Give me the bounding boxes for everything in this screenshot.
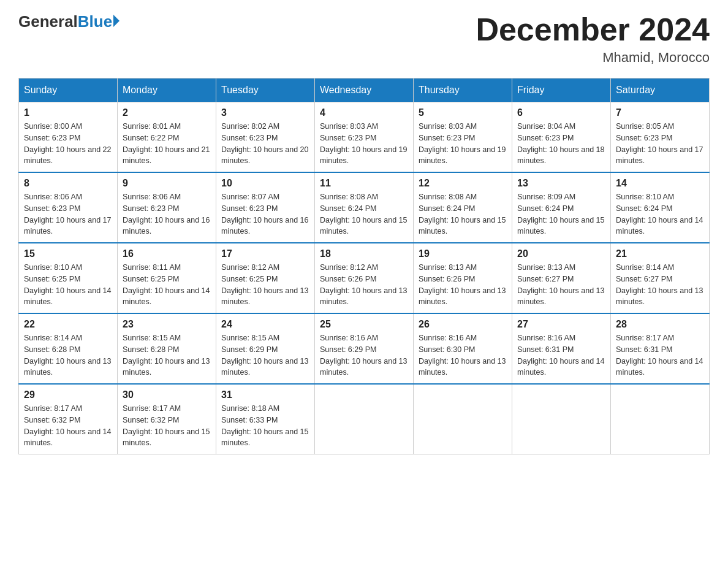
calendar-week-row: 1Sunrise: 8:00 AMSunset: 6:23 PMDaylight…: [19, 102, 710, 173]
weekday-header-sunday: Sunday: [19, 79, 118, 102]
day-number: 19: [419, 248, 507, 259]
calendar-cell: 10Sunrise: 8:07 AMSunset: 6:23 PMDayligh…: [216, 172, 315, 243]
calendar-week-row: 8Sunrise: 8:06 AMSunset: 6:23 PMDaylight…: [19, 172, 710, 243]
day-number: 7: [616, 107, 704, 118]
calendar-cell: 7Sunrise: 8:05 AMSunset: 6:23 PMDaylight…: [611, 102, 710, 173]
day-info: Sunrise: 8:08 AMSunset: 6:24 PMDaylight:…: [419, 191, 507, 237]
day-info: Sunrise: 8:10 AMSunset: 6:25 PMDaylight:…: [24, 262, 112, 308]
calendar-cell: 21Sunrise: 8:14 AMSunset: 6:27 PMDayligh…: [611, 243, 710, 313]
day-number: 15: [24, 248, 112, 259]
weekday-header-monday: Monday: [118, 79, 216, 102]
calendar-cell: 24Sunrise: 8:15 AMSunset: 6:29 PMDayligh…: [216, 313, 315, 384]
calendar-cell: 14Sunrise: 8:10 AMSunset: 6:24 PMDayligh…: [611, 172, 710, 243]
day-number: 29: [24, 389, 112, 400]
calendar-cell: 4Sunrise: 8:03 AMSunset: 6:23 PMDaylight…: [315, 102, 414, 173]
day-number: 9: [123, 178, 211, 189]
day-info: Sunrise: 8:16 AMSunset: 6:31 PMDaylight:…: [517, 332, 605, 378]
calendar-cell: [512, 384, 611, 454]
day-number: 10: [221, 178, 309, 189]
day-info: Sunrise: 8:10 AMSunset: 6:24 PMDaylight:…: [616, 191, 704, 237]
day-number: 17: [221, 248, 309, 259]
day-info: Sunrise: 8:15 AMSunset: 6:28 PMDaylight:…: [123, 332, 211, 378]
calendar-cell: 17Sunrise: 8:12 AMSunset: 6:25 PMDayligh…: [216, 243, 315, 313]
day-info: Sunrise: 8:01 AMSunset: 6:22 PMDaylight:…: [123, 121, 211, 167]
day-info: Sunrise: 8:11 AMSunset: 6:25 PMDaylight:…: [123, 262, 211, 308]
day-number: 1: [24, 107, 112, 118]
day-number: 8: [24, 178, 112, 189]
weekday-header-thursday: Thursday: [414, 79, 512, 102]
day-info: Sunrise: 8:13 AMSunset: 6:26 PMDaylight:…: [419, 262, 507, 308]
calendar-cell: 6Sunrise: 8:04 AMSunset: 6:23 PMDaylight…: [512, 102, 611, 173]
calendar-cell: 5Sunrise: 8:03 AMSunset: 6:23 PMDaylight…: [414, 102, 512, 173]
day-info: Sunrise: 8:17 AMSunset: 6:32 PMDaylight:…: [123, 403, 211, 449]
calendar-cell: 31Sunrise: 8:18 AMSunset: 6:33 PMDayligh…: [216, 384, 315, 454]
weekday-header-tuesday: Tuesday: [216, 79, 315, 102]
logo: General Blue: [18, 12, 119, 31]
weekday-header-row: SundayMondayTuesdayWednesdayThursdayFrid…: [19, 79, 710, 102]
title-section: December 2024 Mhamid, Morocco: [476, 12, 710, 66]
calendar-cell: 20Sunrise: 8:13 AMSunset: 6:27 PMDayligh…: [512, 243, 611, 313]
logo-triangle-icon: [113, 15, 119, 27]
day-number: 27: [517, 319, 605, 330]
day-number: 20: [517, 248, 605, 259]
calendar-cell: 12Sunrise: 8:08 AMSunset: 6:24 PMDayligh…: [414, 172, 512, 243]
weekday-header-wednesday: Wednesday: [315, 79, 414, 102]
calendar-cell: 19Sunrise: 8:13 AMSunset: 6:26 PMDayligh…: [414, 243, 512, 313]
day-number: 4: [320, 107, 408, 118]
weekday-header-friday: Friday: [512, 79, 611, 102]
day-info: Sunrise: 8:05 AMSunset: 6:23 PMDaylight:…: [616, 121, 704, 167]
calendar-cell: 25Sunrise: 8:16 AMSunset: 6:29 PMDayligh…: [315, 313, 414, 384]
calendar-cell: [611, 384, 710, 454]
day-number: 12: [419, 178, 507, 189]
day-info: Sunrise: 8:09 AMSunset: 6:24 PMDaylight:…: [517, 191, 605, 237]
day-info: Sunrise: 8:00 AMSunset: 6:23 PMDaylight:…: [24, 121, 112, 167]
day-number: 3: [221, 107, 309, 118]
page-header: General Blue December 2024 Mhamid, Moroc…: [18, 12, 710, 66]
logo-blue-part: Blue: [78, 12, 119, 31]
day-info: Sunrise: 8:02 AMSunset: 6:23 PMDaylight:…: [221, 121, 309, 167]
day-number: 22: [24, 319, 112, 330]
calendar-cell: 16Sunrise: 8:11 AMSunset: 6:25 PMDayligh…: [118, 243, 216, 313]
day-info: Sunrise: 8:14 AMSunset: 6:27 PMDaylight:…: [616, 262, 704, 308]
calendar-cell: 23Sunrise: 8:15 AMSunset: 6:28 PMDayligh…: [118, 313, 216, 384]
logo-general-text: General: [18, 12, 78, 31]
calendar-week-row: 29Sunrise: 8:17 AMSunset: 6:32 PMDayligh…: [19, 384, 710, 454]
calendar-cell: 8Sunrise: 8:06 AMSunset: 6:23 PMDaylight…: [19, 172, 118, 243]
day-number: 14: [616, 178, 704, 189]
calendar-cell: 11Sunrise: 8:08 AMSunset: 6:24 PMDayligh…: [315, 172, 414, 243]
calendar-cell: 9Sunrise: 8:06 AMSunset: 6:23 PMDaylight…: [118, 172, 216, 243]
day-number: 2: [123, 107, 211, 118]
day-number: 23: [123, 319, 211, 330]
calendar-cell: 18Sunrise: 8:12 AMSunset: 6:26 PMDayligh…: [315, 243, 414, 313]
day-number: 30: [123, 389, 211, 400]
calendar-cell: 27Sunrise: 8:16 AMSunset: 6:31 PMDayligh…: [512, 313, 611, 384]
day-number: 31: [221, 389, 309, 400]
day-info: Sunrise: 8:06 AMSunset: 6:23 PMDaylight:…: [123, 191, 211, 237]
day-number: 13: [517, 178, 605, 189]
calendar-cell: 2Sunrise: 8:01 AMSunset: 6:22 PMDaylight…: [118, 102, 216, 173]
calendar-cell: 30Sunrise: 8:17 AMSunset: 6:32 PMDayligh…: [118, 384, 216, 454]
calendar-cell: 28Sunrise: 8:17 AMSunset: 6:31 PMDayligh…: [611, 313, 710, 384]
calendar-cell: 26Sunrise: 8:16 AMSunset: 6:30 PMDayligh…: [414, 313, 512, 384]
calendar-cell: 1Sunrise: 8:00 AMSunset: 6:23 PMDaylight…: [19, 102, 118, 173]
day-info: Sunrise: 8:03 AMSunset: 6:23 PMDaylight:…: [320, 121, 408, 167]
day-number: 21: [616, 248, 704, 259]
day-info: Sunrise: 8:12 AMSunset: 6:25 PMDaylight:…: [221, 262, 309, 308]
day-info: Sunrise: 8:04 AMSunset: 6:23 PMDaylight:…: [517, 121, 605, 167]
day-info: Sunrise: 8:08 AMSunset: 6:24 PMDaylight:…: [320, 191, 408, 237]
day-number: 26: [419, 319, 507, 330]
day-number: 16: [123, 248, 211, 259]
day-number: 24: [221, 319, 309, 330]
day-info: Sunrise: 8:06 AMSunset: 6:23 PMDaylight:…: [24, 191, 112, 237]
calendar-cell: 29Sunrise: 8:17 AMSunset: 6:32 PMDayligh…: [19, 384, 118, 454]
day-info: Sunrise: 8:16 AMSunset: 6:30 PMDaylight:…: [419, 332, 507, 378]
calendar-cell: 15Sunrise: 8:10 AMSunset: 6:25 PMDayligh…: [19, 243, 118, 313]
day-number: 28: [616, 319, 704, 330]
day-number: 5: [419, 107, 507, 118]
day-number: 18: [320, 248, 408, 259]
weekday-header-saturday: Saturday: [611, 79, 710, 102]
calendar-cell: [414, 384, 512, 454]
calendar-cell: [315, 384, 414, 454]
calendar-cell: 22Sunrise: 8:14 AMSunset: 6:28 PMDayligh…: [19, 313, 118, 384]
day-info: Sunrise: 8:16 AMSunset: 6:29 PMDaylight:…: [320, 332, 408, 378]
